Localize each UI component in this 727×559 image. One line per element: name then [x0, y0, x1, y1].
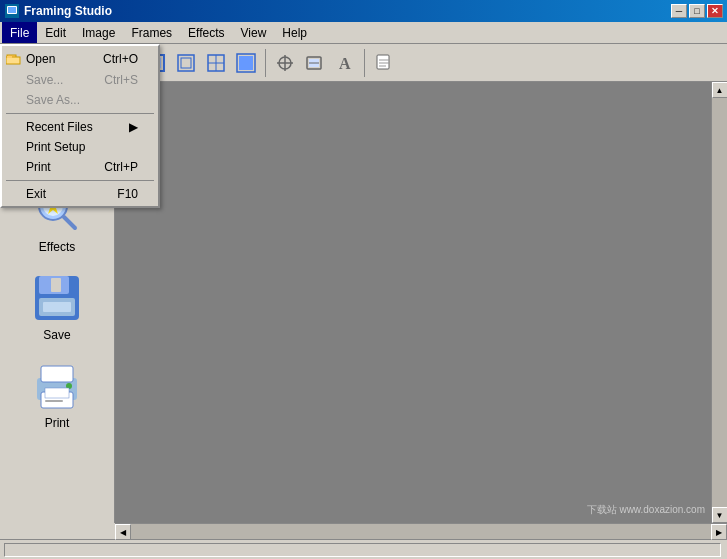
print-setup-label: Print Setup [26, 140, 85, 154]
svg-rect-45 [51, 278, 61, 292]
svg-rect-13 [178, 55, 194, 71]
exit-label: Exit [26, 187, 46, 201]
scrollbar-track-v[interactable] [712, 98, 727, 507]
toolbar-text[interactable]: A [331, 49, 359, 77]
menu-file[interactable]: File [2, 22, 37, 43]
toolbar-zoom[interactable] [301, 49, 329, 77]
toolbar-sep-4 [364, 49, 365, 77]
separator-2 [6, 180, 154, 181]
svg-rect-18 [239, 56, 253, 70]
svg-rect-27 [377, 55, 389, 69]
svg-rect-52 [45, 400, 63, 402]
menu-image[interactable]: Image [74, 22, 123, 43]
file-menu: Open Ctrl+O Save... Ctrl+S Save As... Re… [0, 44, 160, 208]
menu-frames[interactable]: Frames [123, 22, 180, 43]
title-bar: Framing Studio ─ □ ✕ [0, 0, 727, 22]
save-label: Save [43, 328, 70, 342]
svg-rect-5 [7, 56, 12, 58]
save-icon [31, 272, 83, 324]
recent-files-label: Recent Files [26, 120, 93, 134]
svg-text:A: A [339, 55, 351, 72]
status-panel [4, 543, 721, 557]
maximize-button[interactable]: □ [689, 4, 705, 18]
open-shortcut: Ctrl+O [83, 52, 138, 66]
scroll-left-button[interactable]: ◀ [115, 524, 131, 540]
svg-rect-54 [45, 388, 69, 398]
scroll-down-button[interactable]: ▼ [712, 507, 728, 523]
sidebar-item-save[interactable]: Save [7, 268, 107, 346]
svg-rect-4 [6, 57, 20, 64]
scroll-up-button[interactable]: ▲ [712, 82, 728, 98]
menu-save[interactable]: Save... Ctrl+S [2, 70, 158, 90]
open-label: Open [26, 52, 55, 66]
print-icon [31, 360, 83, 412]
svg-line-42 [64, 217, 75, 228]
minimize-button[interactable]: ─ [671, 4, 687, 18]
sidebar-item-print[interactable]: Print [7, 356, 107, 434]
svg-rect-47 [43, 302, 71, 312]
menu-bar: File Edit Image Frames Effects View Help [0, 22, 727, 44]
menu-save-as[interactable]: Save As... [2, 90, 158, 110]
toolbar-frame4[interactable] [232, 49, 260, 77]
menu-view[interactable]: View [233, 22, 275, 43]
menu-recent-files[interactable]: Recent Files ▶ [2, 117, 158, 137]
close-button[interactable]: ✕ [707, 4, 723, 18]
save-as-label: Save As... [26, 93, 80, 107]
svg-rect-49 [41, 366, 73, 382]
print-label: Print [45, 416, 70, 430]
menu-print[interactable]: Print Ctrl+P [2, 157, 158, 177]
toolbar-export[interactable] [370, 49, 398, 77]
menu-edit[interactable]: Edit [37, 22, 74, 43]
toolbar-select[interactable] [271, 49, 299, 77]
arrow-icon: ▶ [129, 120, 138, 134]
toolbar-frame2[interactable] [172, 49, 200, 77]
app-title: Framing Studio [24, 4, 112, 18]
scrollbar-track-h[interactable] [131, 524, 711, 539]
menu-print-setup[interactable]: Print Setup [2, 137, 158, 157]
toolbar-sep-3 [265, 49, 266, 77]
svg-rect-14 [181, 58, 191, 68]
separator-1 [6, 113, 154, 114]
file-dropdown: Open Ctrl+O Save... Ctrl+S Save As... Re… [0, 44, 160, 208]
save-shortcut: Ctrl+S [84, 73, 138, 87]
title-bar-buttons: ─ □ ✕ [671, 4, 723, 18]
scrollbar-vertical: ▲ ▼ [711, 82, 727, 523]
effects-label: Effects [39, 240, 75, 254]
watermark: 下载站 www.doxazion.com [587, 503, 705, 517]
scrollbar-h-area: ◀ ▶ [115, 523, 727, 539]
exit-shortcut: F10 [97, 187, 138, 201]
menu-help[interactable]: Help [274, 22, 315, 43]
toolbar-frame3[interactable] [202, 49, 230, 77]
menu-open[interactable]: Open Ctrl+O [2, 48, 158, 70]
menu-effects[interactable]: Effects [180, 22, 232, 43]
print-shortcut: Ctrl+P [84, 160, 138, 174]
canvas-area: 下载站 www.doxazion.com [115, 82, 711, 523]
menu-exit[interactable]: Exit F10 [2, 184, 158, 204]
canvas-wrapper: 下载站 www.doxazion.com ▲ ▼ [115, 82, 727, 523]
scroll-right-button[interactable]: ▶ [711, 524, 727, 540]
app-icon [4, 3, 20, 19]
save-label: Save... [26, 73, 63, 87]
print-label: Print [26, 160, 51, 174]
status-bar [0, 539, 727, 559]
svg-rect-2 [8, 7, 16, 13]
